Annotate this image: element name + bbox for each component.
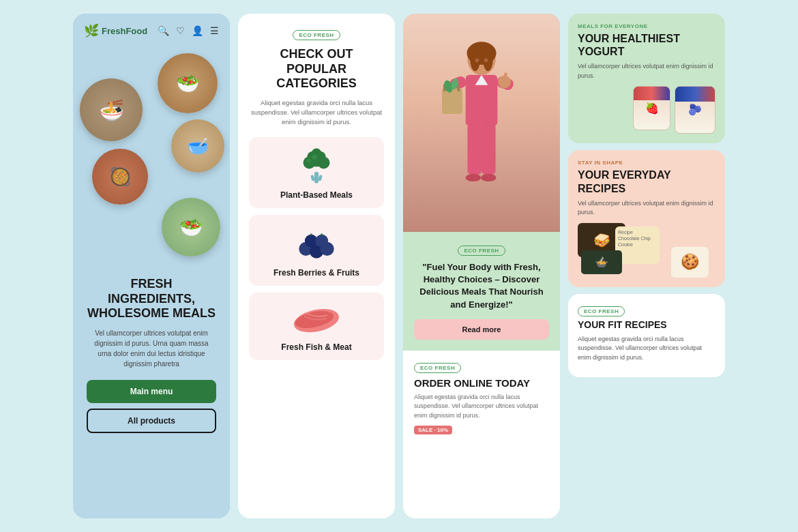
svg-rect-2	[318, 174, 323, 181]
quote-section: ECO FRESH "Fuel Your Body with Fresh, He…	[403, 232, 560, 351]
hero-image-area	[403, 14, 560, 232]
svg-point-23	[470, 46, 480, 71]
wishlist-icon[interactable]: ♡	[176, 25, 185, 36]
order-title: ORDER ONLINE TODAY	[414, 377, 549, 389]
fit-recipes-card: ECO FRESH YOUR FIT RECIPES Aliquet egest…	[568, 294, 725, 377]
profile-icon[interactable]: 👤	[192, 25, 203, 36]
menu-icon[interactable]: ☰	[210, 25, 219, 36]
yogurt-subtitle: MEALS FOR EVERYONE	[578, 23, 715, 29]
yogurt-desc: Vel ullamcorper ultrices volutpat enim d…	[578, 62, 715, 80]
app-hero-title: FRESH INGREDIENTS, WHOLESOME MEALS	[87, 277, 216, 321]
svg-point-17	[321, 233, 323, 235]
svg-point-9	[312, 154, 317, 160]
berries-icon	[293, 223, 340, 264]
app-content: FRESH INGREDIENTS, WHOLESOME MEALS Vel u…	[73, 266, 230, 518]
search-icon[interactable]: 🔍	[158, 25, 169, 36]
category-card-plant[interactable]: Plant-Based Meals	[249, 137, 384, 208]
app-header: 🌿 FreshFood 🔍 ♡ 👤 ☰	[73, 14, 230, 48]
recipe-cards-visual: 🥪 RecipeChocolate Chip Cookie 🍪 🍲	[578, 223, 715, 278]
category-card-berries[interactable]: Fresh Berries & Fruits	[249, 215, 384, 286]
eco-badge-fit: ECO FRESH	[578, 306, 625, 316]
food-bowl-2: 🥣	[171, 119, 224, 173]
svg-point-39	[466, 174, 481, 181]
eco-badge-order: ECO FRESH	[414, 363, 461, 373]
fish-icon	[289, 301, 344, 338]
yogurt-jar-2: 🫐	[675, 86, 715, 134]
order-desc: Aliquet egestas gravida orci nulla lacus…	[414, 393, 549, 421]
svg-rect-36	[467, 123, 482, 175]
read-more-button[interactable]: Read more	[414, 319, 549, 340]
food-bowl-3: 🍜	[80, 78, 143, 141]
logo: 🌿 FreshFood	[84, 23, 147, 38]
svg-point-40	[481, 174, 496, 181]
categories-title: CHECK OUT POPULAR CATEGORIES	[249, 47, 384, 91]
svg-point-10	[307, 158, 311, 162]
broccoli-icon	[296, 145, 337, 186]
food-bowl-1: 🥗	[158, 53, 218, 113]
svg-rect-37	[482, 123, 496, 175]
fit-title: YOUR FIT RECIPES	[578, 319, 715, 331]
recipes-title: YOUR EVERYDAY RECIPES	[578, 168, 715, 194]
panel-recipes: MEALS FOR EVERYONE YOUR HEALTHIEST YOGUR…	[568, 14, 725, 518]
svg-rect-31	[442, 89, 462, 114]
recipe-card-dark-2: 🍲	[581, 250, 622, 274]
everyday-recipes-card: STAY IN SHAPE YOUR EVERYDAY RECIPES Vel …	[568, 150, 725, 286]
panel-categories: ECO FRESH CHECK OUT POPULAR CATEGORIES A…	[238, 14, 395, 518]
svg-rect-0	[314, 172, 319, 183]
food-bowl-5: 🥗	[162, 198, 220, 256]
svg-point-38	[498, 76, 511, 89]
recipe-card-cookie: 🍪	[671, 247, 709, 278]
logo-icon: 🌿	[84, 23, 99, 38]
category-plant-name: Plant-Based Meals	[280, 190, 353, 200]
header-icons: 🔍 ♡ 👤 ☰	[158, 25, 219, 36]
categories-header: ECO FRESH CHECK OUT POPULAR CATEGORIES A…	[249, 27, 384, 137]
recipes-subtitle: STAY IN SHAPE	[578, 160, 715, 166]
main-container: 🌿 FreshFood 🔍 ♡ 👤 ☰ 🥗 🥣 🍜 🥘 🥗 FRESH INGR…	[59, 0, 739, 532]
food-images: 🥗 🥣 🍜 🥘 🥗	[73, 48, 230, 266]
svg-point-25	[475, 59, 479, 63]
all-products-button[interactable]: All products	[87, 409, 216, 433]
category-card-fish[interactable]: Fresh Fish & Meat	[249, 293, 384, 360]
eco-badge-quote: ECO FRESH	[458, 246, 505, 256]
svg-point-26	[484, 59, 488, 63]
food-bowl-4: 🥘	[92, 149, 148, 205]
logo-text: FreshFood	[102, 26, 147, 36]
panel-mobile-app: 🌿 FreshFood 🔍 ♡ 👤 ☰ 🥗 🥣 🍜 🥘 🥗 FRESH INGR…	[73, 14, 230, 518]
yogurt-images: 🍓 🫐	[578, 86, 715, 134]
yogurt-jar-1: 🍓	[633, 86, 670, 130]
fit-desc: Aliquet egestas gravida orci nulla lacus…	[578, 335, 715, 363]
panel-center: ECO FRESH "Fuel Your Body with Fresh, He…	[403, 14, 560, 518]
woman-figure-svg	[427, 34, 536, 232]
yogurt-title: YOUR HEALTHIEST YOGURT	[578, 32, 715, 58]
sale-badge: SALE · 10%	[414, 426, 452, 434]
category-fish-name: Fresh Fish & Meat	[281, 342, 351, 352]
main-menu-button[interactable]: Main menu	[87, 380, 216, 403]
order-section: ECO FRESH ORDER ONLINE TODAY Aliquet ege…	[403, 351, 560, 445]
svg-rect-1	[310, 174, 315, 181]
app-hero-desc: Vel ullamcorper ultrices volutpat enim d…	[87, 328, 216, 369]
yogurt-card: MEALS FOR EVERYONE YOUR HEALTHIEST YOGUR…	[568, 14, 725, 143]
recipes-desc: Vel ullamcorper ultrices volutpat enim d…	[578, 199, 715, 218]
eco-badge-categories: ECO FRESH	[293, 30, 340, 40]
category-berries-name: Fresh Berries & Fruits	[274, 268, 359, 278]
svg-point-24	[483, 46, 493, 71]
categories-desc: Aliquet egestas gravida orci nulla lacus…	[249, 98, 384, 128]
svg-point-15	[315, 234, 328, 247]
hero-quote: "Fuel Your Body with Fresh, Healthy Choi…	[414, 261, 549, 311]
